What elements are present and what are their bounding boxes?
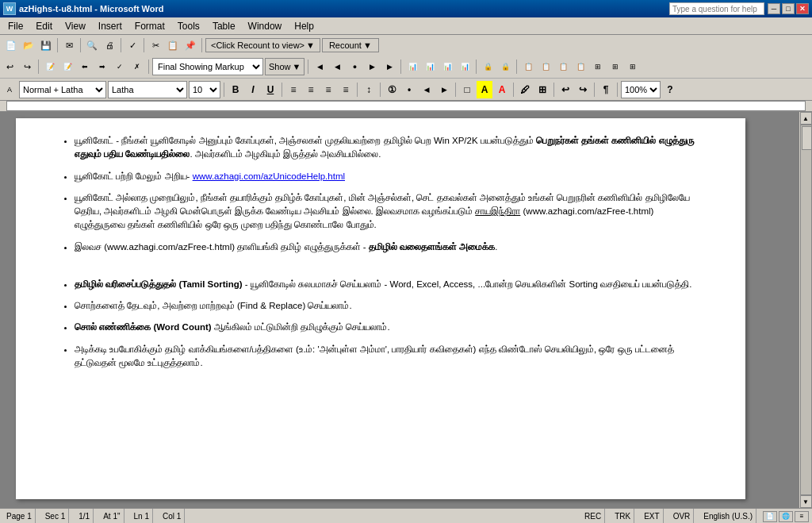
unicode-help-link[interactable]: www.azhagi.com/azUnicodeHelp.html — [193, 171, 345, 181]
menu-file[interactable]: File — [2, 19, 29, 33]
copy-button[interactable]: 📋 — [165, 37, 181, 54]
new-button[interactable]: 📄 — [3, 37, 19, 54]
saayindira-link[interactable]: சாயஇந்திரா — [475, 206, 520, 216]
close-button[interactable]: ✕ — [796, 3, 809, 14]
spell-check-button[interactable]: ✓ — [124, 37, 140, 54]
recount-button[interactable]: Recount ▼ — [322, 38, 379, 52]
toolbar-icon-16[interactable]: ⊞ — [590, 58, 606, 75]
reject-change-button[interactable]: ✗ — [129, 58, 145, 75]
toolbar-icon-11[interactable]: 🔒 — [497, 58, 513, 75]
scroll-thumb[interactable] — [802, 126, 812, 150]
markup-toolbar: ↩ ↪ 📝 📝 ⬅ ➡ ✓ ✗ Final Showing Markup Fin… — [0, 56, 812, 78]
menu-table[interactable]: Table — [206, 19, 242, 33]
list-item: சொற்களைத் தேடவும், அவற்றை மாற்றவும் (Fin… — [75, 299, 706, 313]
accept-change-button[interactable]: ✓ — [112, 58, 128, 75]
vertical-scrollbar: ▲ ▼ — [799, 112, 812, 508]
align-left-button[interactable]: ≡ — [285, 81, 301, 98]
zoom-dropdown[interactable]: 100% — [621, 81, 661, 98]
font-color-button[interactable]: A — [494, 81, 510, 98]
show-hide-button[interactable]: ¶ — [598, 81, 614, 98]
redo-fmt-button[interactable]: ↪ — [575, 81, 591, 98]
size-dropdown[interactable]: 10 — [189, 81, 220, 98]
scroll-track[interactable] — [800, 125, 812, 495]
help-search-input[interactable] — [669, 2, 764, 15]
document-page: யூனிகோட் - நீங்கள் யூனிகோடில் அனுப்பும் … — [16, 118, 745, 499]
status-rec: REC — [581, 509, 605, 523]
menu-help[interactable]: Help — [288, 19, 320, 33]
toolbar-icon-17[interactable]: ⊞ — [607, 58, 623, 75]
toolbar-icon-15[interactable]: 📋 — [573, 58, 588, 75]
toolbar-icon-8[interactable]: 📊 — [439, 58, 455, 75]
menu-window[interactable]: Window — [242, 19, 289, 33]
drawing-button[interactable]: 🖊 — [517, 81, 533, 98]
toolbar-icon-10[interactable]: 🔒 — [480, 58, 496, 75]
underline-button[interactable]: U — [262, 81, 278, 98]
toolbar-icon-7[interactable]: 📊 — [422, 58, 438, 75]
recount-view-button[interactable]: <Click Recount to view> ▼ — [205, 38, 320, 52]
list-item: யூனிகோட் அல்லாத முறையிலும், நீங்கள் தயார… — [75, 191, 706, 233]
style-dropdown[interactable]: Normal + Latha — [19, 81, 106, 98]
show-dropdown-icon: ▼ — [293, 62, 301, 71]
increase-indent-button[interactable]: ▸ — [436, 81, 452, 98]
toolbar-icon-18[interactable]: ⊞ — [625, 58, 641, 75]
print-preview-button[interactable]: 🔍 — [84, 37, 100, 54]
list-item: இலவச (www.azhagi.com/azFree-t.html) தாளி… — [75, 240, 706, 254]
decrease-indent-button[interactable]: ◂ — [419, 81, 435, 98]
status-section: Sec 1 — [42, 509, 70, 523]
line-spacing-button[interactable]: ↕ — [361, 81, 377, 98]
email-button[interactable]: ✉ — [61, 37, 77, 54]
outside-border-button[interactable]: □ — [459, 81, 475, 98]
status-ovr: OVR — [670, 509, 695, 523]
track-changes-btn1[interactable]: 📝 — [42, 58, 58, 75]
paste-button[interactable]: 📌 — [182, 37, 198, 54]
bullets-button[interactable]: • — [401, 81, 417, 98]
app-icon: W — [3, 2, 16, 15]
toolbar-icon-5[interactable]: ▶ — [381, 58, 397, 75]
undo-button[interactable]: ↩ — [2, 58, 17, 75]
track-changes-btn4[interactable]: ➡ — [94, 58, 110, 75]
redo-button[interactable]: ↪ — [19, 58, 35, 75]
more-buttons[interactable]: ⊞ — [534, 81, 550, 98]
open-button[interactable]: 📂 — [21, 37, 36, 54]
toolbar-icon-2[interactable]: ◀ — [329, 58, 345, 75]
scroll-down-button[interactable]: ▼ — [800, 495, 812, 508]
print-button[interactable]: 🖨 — [102, 37, 117, 54]
menu-edit[interactable]: Edit — [29, 19, 59, 33]
menu-format[interactable]: Format — [128, 19, 171, 33]
align-justify-button[interactable]: ≡ — [338, 81, 354, 98]
minimize-button[interactable]: ─ — [768, 3, 780, 14]
toolbar-icon-13[interactable]: 📋 — [538, 58, 553, 75]
bold-button[interactable]: B — [228, 81, 243, 98]
outline-view-button[interactable]: ≡ — [795, 511, 809, 522]
bold-text-2: தமிழில் வலைதளங்கள் அமைக்க — [369, 242, 495, 252]
menu-view[interactable]: View — [59, 19, 92, 33]
page-view-button[interactable]: 📄 — [763, 511, 777, 522]
cut-button[interactable]: ✂ — [147, 37, 163, 54]
help-button[interactable]: ? — [662, 81, 678, 98]
menu-tools[interactable]: Tools — [171, 19, 206, 33]
numbering-button[interactable]: ① — [384, 81, 400, 98]
web-view-button[interactable]: 🌐 — [779, 511, 793, 522]
highlight-button[interactable]: A — [477, 81, 492, 98]
show-button[interactable]: Show ▼ — [265, 58, 304, 75]
scroll-up-button[interactable]: ▲ — [800, 112, 812, 125]
toolbar-icon-12[interactable]: 📋 — [520, 58, 536, 75]
toolbar-icon-4[interactable]: ▶ — [364, 58, 380, 75]
toolbar-icon-14[interactable]: 📋 — [555, 58, 571, 75]
font-dropdown[interactable]: Latha — [108, 81, 187, 98]
align-right-button[interactable]: ≡ — [320, 81, 336, 98]
toolbar-icon-6[interactable]: 📊 — [404, 58, 420, 75]
markup-dropdown[interactable]: Final Showing Markup Final Original Show… — [152, 58, 263, 75]
italic-button[interactable]: I — [245, 81, 261, 98]
align-center-button[interactable]: ≡ — [303, 81, 319, 98]
menu-insert[interactable]: Insert — [92, 19, 128, 33]
toolbar-icon-9[interactable]: 📊 — [457, 58, 473, 75]
style-icon[interactable]: A — [2, 81, 17, 98]
toolbar-icon-3[interactable]: ● — [347, 58, 362, 75]
maximize-button[interactable]: □ — [782, 3, 795, 14]
toolbar-icon-1[interactable]: ◀ — [312, 58, 327, 75]
save-button[interactable]: 💾 — [38, 37, 54, 54]
undo-fmt-button[interactable]: ↩ — [557, 81, 573, 98]
track-changes-btn3[interactable]: ⬅ — [77, 58, 93, 75]
track-changes-btn2[interactable]: 📝 — [59, 58, 75, 75]
